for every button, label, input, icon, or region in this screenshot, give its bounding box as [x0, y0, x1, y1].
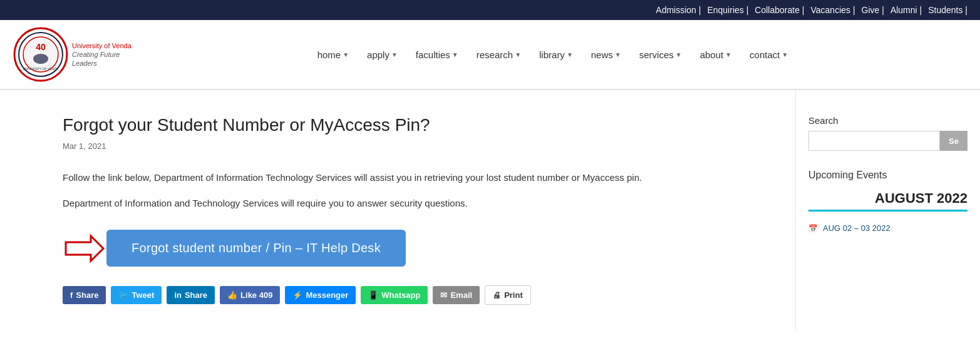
- thumbsup-icon: 👍: [227, 290, 237, 300]
- page-date: Mar 1, 2021: [63, 141, 758, 151]
- email-icon: ✉: [440, 290, 447, 300]
- calendar-underline: [808, 210, 967, 212]
- messenger-icon: ⚡: [292, 290, 302, 300]
- facebook-icon: f: [70, 290, 73, 300]
- students-link[interactable]: Students |: [928, 5, 967, 15]
- top-bar: Admission | Enquiries | Collaborate | Va…: [0, 0, 980, 20]
- header: 40 UNIVERSITY OF VENDA University of Ven…: [0, 20, 980, 89]
- logo-area: 40 UNIVERSITY OF VENDA University of Ven…: [13, 26, 138, 83]
- page-title: Forgot your Student Number or MyAccess P…: [63, 115, 758, 135]
- enquiries-link[interactable]: Enquiries |: [707, 5, 748, 15]
- linkedin-icon: in: [174, 290, 182, 300]
- alumni-link[interactable]: Alumni |: [890, 5, 922, 15]
- sidebar-search-row: Se: [808, 131, 967, 151]
- svg-point-4: [33, 54, 48, 64]
- vacancies-link[interactable]: Vacancies |: [810, 5, 855, 15]
- nav-home[interactable]: home▼: [310, 44, 356, 65]
- main-layout: Forgot your Student Number or MyAccess P…: [0, 90, 980, 330]
- nav-services[interactable]: services▼: [632, 44, 689, 65]
- event-date: AUG 02 – 03 2022: [823, 223, 890, 233]
- upcoming-events-label: Upcoming Events: [808, 170, 967, 181]
- nav-news[interactable]: news▼: [584, 44, 629, 65]
- collaborate-link[interactable]: Collaborate |: [755, 5, 804, 15]
- email-share-button[interactable]: ✉ Email: [433, 286, 480, 304]
- body-paragraph-1: Follow the link below, Department of Inf…: [63, 170, 758, 186]
- twitter-share-button[interactable]: 🐦 Tweet: [111, 286, 162, 304]
- whatsapp-icon: 📱: [368, 290, 378, 300]
- facebook-share-button[interactable]: f Share: [63, 286, 106, 304]
- nav-apply[interactable]: apply▼: [359, 44, 405, 65]
- admission-link[interactable]: Admission |: [656, 5, 701, 15]
- calendar-month: AUGUST 2022: [808, 190, 967, 207]
- nav-faculties[interactable]: faculties▼: [408, 44, 466, 65]
- svg-text:40: 40: [36, 42, 46, 52]
- twitter-icon: 🐦: [118, 290, 128, 300]
- search-input[interactable]: [808, 131, 940, 151]
- messenger-share-button[interactable]: ⚡ Messenger: [285, 286, 356, 304]
- action-row: Forgot student number / Pin – IT Help De…: [63, 230, 758, 267]
- calendar-icon: 📅: [808, 224, 818, 233]
- facebook-like-button[interactable]: 👍 Like 409: [220, 286, 280, 304]
- print-icon: 🖨: [493, 290, 501, 300]
- whatsapp-share-button[interactable]: 📱 Whatsapp: [361, 286, 428, 304]
- helpdesk-button[interactable]: Forgot student number / Pin – IT Help De…: [106, 230, 406, 267]
- svg-marker-6: [66, 236, 103, 261]
- sidebar: Search Se Upcoming Events AUGUST 2022 📅 …: [795, 90, 980, 330]
- print-button[interactable]: 🖨 Print: [485, 285, 531, 305]
- main-nav: home▼ apply▼ faculties▼ research▼ librar…: [138, 44, 967, 65]
- content-area: Forgot your Student Number or MyAccess P…: [0, 90, 795, 330]
- svg-text:UNIVERSITY OF VENDA: UNIVERSITY OF VENDA: [23, 67, 59, 71]
- sidebar-search-label: Search: [808, 115, 967, 126]
- nav-library[interactable]: library▼: [532, 44, 580, 65]
- body-paragraph-2: Department of Information and Technology…: [63, 195, 758, 212]
- search-button[interactable]: Se: [940, 131, 967, 151]
- arrow-icon: [63, 233, 106, 264]
- calendar-event: 📅 AUG 02 – 03 2022: [808, 221, 967, 235]
- university-logo: 40 UNIVERSITY OF VENDA: [13, 26, 69, 83]
- logo-text: University of Venda Creating Future Lead…: [72, 41, 138, 68]
- nav-about[interactable]: about▼: [693, 44, 739, 65]
- share-bar: f Share 🐦 Tweet in Share 👍 Like 409 ⚡ Me…: [63, 285, 758, 305]
- nav-research[interactable]: research▼: [469, 44, 529, 65]
- give-link[interactable]: Give |: [862, 5, 884, 15]
- linkedin-share-button[interactable]: in Share: [167, 286, 215, 304]
- nav-contact[interactable]: contact▼: [742, 44, 795, 65]
